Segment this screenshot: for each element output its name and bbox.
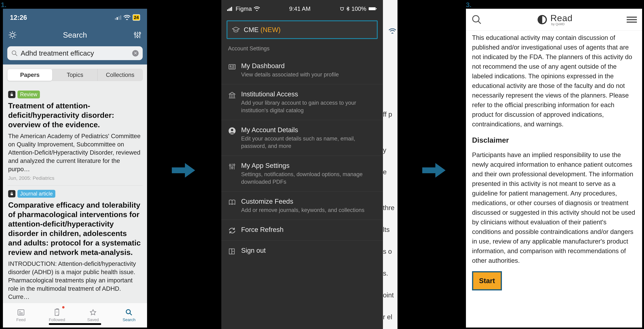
step-label-3: 3. [466, 1, 472, 9]
svg-text:+: + [56, 310, 58, 314]
phone-1-search: 12:26 24 Search ✕ Papers Top [3, 9, 147, 328]
nav-label: Feed [16, 318, 26, 322]
menu-item-account[interactable]: My Account DetailsEdit your account deta… [221, 120, 383, 156]
nav-search[interactable]: Search [111, 303, 147, 328]
search-header: Search [3, 26, 147, 44]
bg-text: lts [383, 219, 398, 240]
svg-rect-3 [120, 16, 121, 20]
result-meta: Jun, 2005: Pediatrics [8, 175, 142, 181]
battery-icon: 24 [133, 14, 140, 21]
section-heading: Account Settings [221, 44, 383, 56]
brand-logo: Read by QxMD [536, 14, 572, 26]
alarm-icon [340, 6, 344, 11]
menu-item-customize-feeds[interactable]: Customize FeedsAdd or remove journals, k… [221, 192, 383, 220]
phone-3-disclaimer: Read by QxMD This educational activity m… [466, 9, 642, 328]
bg-text: s o [383, 240, 398, 262]
svg-point-54 [231, 167, 233, 168]
tab-collections[interactable]: Collections [98, 69, 143, 81]
menu-item-force-refresh[interactable]: Force Refresh [221, 220, 383, 241]
read-logo-icon [536, 14, 548, 26]
start-button[interactable]: Start [472, 271, 502, 290]
search-input[interactable] [21, 49, 129, 57]
svg-point-28 [126, 310, 130, 314]
bottom-nav: Feed + Followed Saved Search [3, 303, 147, 328]
phone-2-menu: ff p y e thre lts s o s. oint r el ctin … [221, 0, 398, 329]
result-card[interactable]: Journal article Comparative efficacy and… [7, 186, 143, 307]
menu-title: Sign out [241, 246, 266, 254]
brand-subtitle: by QxMD [551, 22, 572, 26]
settings-icon [228, 162, 236, 170]
badge-review: Review [18, 90, 40, 98]
result-snippet: INTRODUCTION: Attention-deficit/hyperact… [8, 260, 142, 301]
menu-subtitle: Settings, notifications, download option… [241, 170, 376, 186]
svg-line-11 [10, 37, 11, 38]
svg-point-4 [11, 33, 14, 37]
bluetooth-icon [346, 6, 350, 11]
menu-subtitle: Add or remove journals, keywords, and co… [241, 206, 364, 214]
disclaimer-para-1: This educational activity may contain di… [472, 33, 636, 129]
app-header: Read by QxMD [466, 9, 642, 30]
clear-icon[interactable]: ✕ [132, 50, 138, 56]
results-list: Review Treatment of attention-deficit/hy… [3, 84, 147, 310]
svg-rect-1 [117, 17, 118, 20]
book-icon [228, 198, 236, 206]
svg-point-16 [136, 36, 138, 37]
menu-title: My App Settings [241, 162, 376, 170]
bg-text: ff p [383, 103, 398, 125]
signal-icon [115, 15, 121, 20]
svg-rect-57 [229, 249, 232, 254]
result-card[interactable]: Review Treatment of attention-deficit/hy… [7, 86, 143, 186]
svg-rect-21 [11, 94, 13, 96]
tab-papers[interactable]: Papers [7, 69, 52, 81]
nav-feed[interactable]: Feed [3, 303, 39, 328]
status-bar: Figma 9:41 AM 100% [221, 0, 383, 18]
wifi-icon [254, 6, 260, 11]
svg-line-20 [16, 54, 17, 56]
bg-text: thre [383, 197, 398, 219]
svg-rect-38 [376, 8, 377, 9]
menu-item-institutional[interactable]: Institutional AccessAdd your library acc… [221, 84, 383, 120]
menu-item-cme[interactable]: CME (NEW) [226, 20, 378, 39]
gear-icon[interactable] [8, 30, 17, 39]
dashboard-icon [228, 63, 236, 71]
search-bar[interactable]: ✕ [7, 46, 143, 60]
carrier-label: Figma [236, 6, 252, 12]
svg-line-29 [130, 313, 132, 315]
wifi-icon [124, 15, 130, 20]
bg-text: e [383, 161, 398, 183]
svg-line-10 [14, 37, 15, 38]
svg-rect-0 [115, 18, 116, 20]
sliders-icon[interactable] [133, 30, 142, 39]
svg-rect-37 [369, 7, 376, 10]
svg-point-34 [340, 8, 344, 10]
svg-line-61 [478, 21, 481, 24]
result-tabs: Papers Topics Collections [3, 64, 147, 84]
cme-label: CME [244, 26, 258, 34]
svg-line-12 [14, 32, 15, 33]
menu-item-sign-out[interactable]: Sign out [221, 241, 383, 261]
hamburger-icon[interactable] [627, 15, 637, 24]
svg-point-56 [234, 164, 235, 166]
search-icon [11, 50, 18, 56]
result-title: Treatment of attention-deficit/hyperacti… [8, 101, 142, 130]
brand-name: Read [550, 14, 572, 22]
menu-title: My Account Details [241, 126, 376, 134]
status-bar: 12:26 24 [3, 9, 147, 26]
menu-item-app-settings[interactable]: My App SettingsSettings, notifications, … [221, 156, 383, 192]
disclaimer-body: This educational activity may contain di… [466, 30, 642, 293]
graduation-cap-icon [232, 26, 240, 34]
svg-line-35 [340, 7, 341, 8]
battery-label: 100% [352, 6, 366, 12]
menu-item-dashboard[interactable]: My DashboardView details associated with… [221, 56, 383, 84]
svg-rect-31 [228, 8, 230, 11]
cme-new-badge: (NEW) [260, 26, 280, 34]
status-time: 9:41 AM [289, 6, 310, 12]
nav-label: Search [122, 318, 136, 322]
disclaimer-heading: Disclaimer [472, 135, 636, 146]
search-icon[interactable] [471, 14, 482, 25]
step-label-1: 1. [1, 1, 6, 9]
svg-rect-30 [227, 10, 228, 11]
svg-point-40 [230, 66, 231, 67]
tab-topics[interactable]: Topics [52, 69, 98, 81]
svg-point-60 [473, 16, 479, 22]
